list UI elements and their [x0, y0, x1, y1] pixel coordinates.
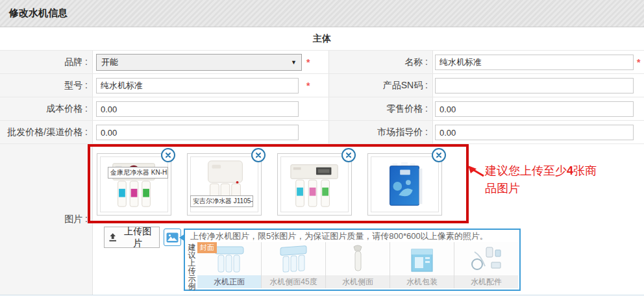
thumbnail-3-frame — [280, 156, 349, 212]
page-title: 修改水机信息 — [9, 7, 68, 19]
thumbnail-4[interactable] — [367, 153, 442, 216]
close-icon — [255, 152, 262, 158]
example-item-parts: 水机配件 — [454, 242, 518, 288]
example-image — [262, 242, 325, 275]
example-caption: 水机侧面45度 — [262, 275, 325, 288]
example-item-side: 水机侧面 — [325, 242, 390, 288]
model-input[interactable] — [96, 78, 299, 93]
annotation-prefix: 建议您上传至少 — [485, 164, 567, 177]
remove-image-button[interactable] — [161, 148, 175, 162]
brand-select[interactable]: 开能 ▼ — [96, 54, 302, 71]
section-title: 主体 — [0, 27, 644, 51]
example-item-angle: 水机侧面45度 — [261, 242, 325, 288]
wholesale-price-input[interactable] — [96, 125, 299, 140]
example-caption: 水机正面 — [197, 275, 261, 288]
example-image — [390, 242, 454, 275]
close-icon — [436, 152, 442, 158]
examples-panel: 上传净水机图片，限5张图片，为保证图片质量，请传800*600以上像素的照片。 … — [184, 229, 521, 291]
example-image — [326, 242, 390, 275]
example-caption: 水机配件 — [454, 275, 518, 288]
example-caption: 水机侧面 — [326, 275, 390, 288]
remove-image-button[interactable] — [432, 148, 446, 162]
annotation-count: 4 — [567, 164, 573, 177]
remove-image-button[interactable] — [251, 148, 266, 162]
image-icon[interactable] — [164, 229, 181, 246]
water-purifier-photo — [102, 157, 167, 212]
images-label: 图片 : — [0, 144, 93, 295]
image-tooltip: 金康尼净水器 KN-HD75 — [108, 167, 168, 179]
example-image — [454, 242, 518, 275]
example-caption: 水机包装 — [390, 275, 454, 288]
close-icon — [345, 152, 352, 158]
annotation-text: 建议您上传至少4张商品图片 — [485, 162, 604, 197]
required-asterisk: * — [306, 57, 310, 68]
thumbnail-1[interactable]: 金康尼净水器 KN-HD75 — [97, 153, 171, 216]
name-label: 名称 : — [328, 51, 433, 73]
upload-button-label: 上传图片 — [120, 226, 155, 249]
form-row-cost-retail: 成本价格 : 零售价格 : — [0, 97, 644, 121]
annotation-arrow-icon — [468, 166, 485, 181]
chevron-down-icon: ▼ — [291, 59, 297, 66]
upload-icon — [108, 233, 117, 242]
sn-code-label: 产品SN码 : — [328, 74, 433, 97]
form-row-brand-name: 品牌 : 开能 ▼ * 名称 : * — [0, 51, 644, 74]
water-machine-photo — [373, 157, 438, 212]
thumbnail-3[interactable] — [277, 153, 352, 216]
wholesale-price-label: 批发价格/渠道价格 : — [0, 121, 93, 143]
form-row-wholesale-guide: 批发价格/渠道价格 : 市场指导价 : — [0, 121, 644, 144]
form-row-model-sn: 型号 : * 产品SN码 : — [0, 74, 644, 97]
model-label: 型号 : — [0, 74, 93, 97]
thumbnails-container: 金康尼净水器 KN-HD75 安吉尔净水器 J1105-ROB8C 双 — [97, 153, 442, 216]
guide-price-label: 市场指导价 : — [328, 121, 433, 143]
retail-price-label: 零售价格 : — [328, 97, 433, 120]
example-item-front: 封面 水机正面 — [197, 242, 261, 288]
examples-strip: 建议上传示例 封面 水机正面 — [186, 242, 518, 288]
thumbnail-4-frame — [371, 156, 439, 212]
water-purifier-photo — [282, 157, 347, 212]
cover-badge: 封面 — [197, 242, 217, 253]
retail-price-input[interactable] — [435, 101, 634, 117]
required-asterisk: * — [637, 57, 640, 68]
required-asterisk: * — [306, 81, 310, 91]
examples-side-label: 建议上传示例 — [186, 242, 197, 288]
brand-label: 品牌 : — [0, 51, 93, 73]
thumbnail-2[interactable]: 安吉尔净水器 J1105-ROB8C 双 — [187, 153, 262, 216]
upload-tip-text: 上传净水机图片，限5张图片，为保证图片质量，请传800*600以上像素的照片。 — [190, 230, 488, 242]
name-input[interactable] — [435, 55, 634, 70]
bottom-divider — [0, 295, 644, 295]
thumbnail-1-frame — [100, 156, 168, 212]
image-tooltip: 安吉尔净水器 J1105-ROB8C 双 — [190, 195, 253, 207]
market-guide-price-input[interactable] — [435, 125, 634, 140]
remove-image-button[interactable] — [341, 148, 356, 162]
page-header: 修改水机信息 — [0, 0, 644, 27]
example-item-package: 水机包装 — [390, 242, 454, 288]
cost-price-label: 成本价格 : — [0, 97, 93, 120]
upload-image-button[interactable]: 上传图片 — [104, 227, 160, 248]
edit-water-machine-page: 修改水机信息 主体 品牌 : 开能 ▼ * 名称 : * 型号 : * 产品SN… — [0, 0, 644, 298]
picture-glyph-icon — [166, 232, 179, 243]
close-icon — [165, 152, 171, 158]
panel-tail-pointer — [179, 234, 185, 242]
brand-select-value: 开能 — [101, 56, 118, 68]
cost-price-input[interactable] — [96, 101, 299, 117]
sn-code-input[interactable] — [435, 78, 634, 93]
